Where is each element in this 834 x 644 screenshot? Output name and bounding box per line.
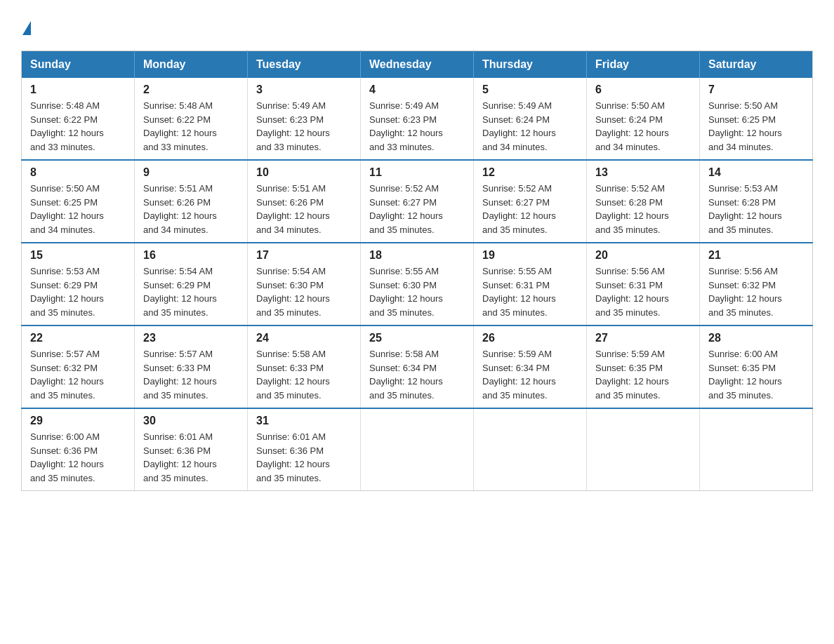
week-row-3: 15 Sunrise: 5:53 AM Sunset: 6:29 PM Dayl… xyxy=(22,243,813,326)
day-number: 27 xyxy=(595,332,691,344)
day-number: 7 xyxy=(708,83,804,96)
week-row-5: 29 Sunrise: 6:00 AM Sunset: 6:36 PM Dayl… xyxy=(22,408,813,491)
day-number: 21 xyxy=(708,249,804,262)
calendar-cell: 30 Sunrise: 6:01 AM Sunset: 6:36 PM Dayl… xyxy=(135,408,248,491)
day-number: 19 xyxy=(482,249,578,262)
day-info: Sunrise: 5:50 AM Sunset: 6:25 PM Dayligh… xyxy=(30,182,126,236)
calendar-cell: 26 Sunrise: 5:59 AM Sunset: 6:34 PM Dayl… xyxy=(474,326,587,408)
calendar-cell: 22 Sunrise: 5:57 AM Sunset: 6:32 PM Dayl… xyxy=(22,326,135,408)
day-info: Sunrise: 5:58 AM Sunset: 6:33 PM Dayligh… xyxy=(256,347,352,402)
calendar-cell: 25 Sunrise: 5:58 AM Sunset: 6:34 PM Dayl… xyxy=(361,326,474,408)
day-number: 3 xyxy=(256,83,352,96)
day-number: 24 xyxy=(256,332,352,344)
day-header-friday: Friday xyxy=(587,51,700,79)
day-info: Sunrise: 6:00 AM Sunset: 6:36 PM Dayligh… xyxy=(30,430,126,485)
calendar-table: SundayMondayTuesdayWednesdayThursdayFrid… xyxy=(21,51,813,491)
calendar-cell: 13 Sunrise: 5:52 AM Sunset: 6:28 PM Dayl… xyxy=(587,160,700,243)
day-number: 16 xyxy=(143,249,239,262)
day-info: Sunrise: 5:53 AM Sunset: 6:28 PM Dayligh… xyxy=(708,182,804,236)
day-info: Sunrise: 5:55 AM Sunset: 6:31 PM Dayligh… xyxy=(482,264,578,319)
day-header-sunday: Sunday xyxy=(22,51,135,79)
day-info: Sunrise: 5:52 AM Sunset: 6:27 PM Dayligh… xyxy=(369,182,465,236)
logo xyxy=(21,21,31,36)
day-number: 22 xyxy=(30,332,126,344)
calendar-cell: 1 Sunrise: 5:48 AM Sunset: 6:22 PM Dayli… xyxy=(22,78,135,160)
calendar-cell xyxy=(361,408,474,491)
day-number: 13 xyxy=(595,166,691,179)
day-number: 5 xyxy=(482,83,578,96)
calendar-cell: 12 Sunrise: 5:52 AM Sunset: 6:27 PM Dayl… xyxy=(474,160,587,243)
calendar-cell: 10 Sunrise: 5:51 AM Sunset: 6:26 PM Dayl… xyxy=(248,160,361,243)
day-info: Sunrise: 5:49 AM Sunset: 6:24 PM Dayligh… xyxy=(482,99,578,154)
day-info: Sunrise: 5:52 AM Sunset: 6:27 PM Dayligh… xyxy=(482,182,578,236)
day-number: 8 xyxy=(30,166,126,179)
day-info: Sunrise: 6:00 AM Sunset: 6:35 PM Dayligh… xyxy=(708,347,804,402)
calendar-body: 1 Sunrise: 5:48 AM Sunset: 6:22 PM Dayli… xyxy=(22,78,813,491)
day-info: Sunrise: 5:59 AM Sunset: 6:34 PM Dayligh… xyxy=(482,347,578,402)
calendar-cell: 8 Sunrise: 5:50 AM Sunset: 6:25 PM Dayli… xyxy=(22,160,135,243)
calendar-cell: 23 Sunrise: 5:57 AM Sunset: 6:33 PM Dayl… xyxy=(135,326,248,408)
calendar-cell: 29 Sunrise: 6:00 AM Sunset: 6:36 PM Dayl… xyxy=(22,408,135,491)
day-header-tuesday: Tuesday xyxy=(248,51,361,79)
day-number: 1 xyxy=(30,83,126,96)
day-info: Sunrise: 5:48 AM Sunset: 6:22 PM Dayligh… xyxy=(143,99,239,154)
day-number: 17 xyxy=(256,249,352,262)
week-row-1: 1 Sunrise: 5:48 AM Sunset: 6:22 PM Dayli… xyxy=(22,78,813,160)
day-info: Sunrise: 5:51 AM Sunset: 6:26 PM Dayligh… xyxy=(256,182,352,236)
day-info: Sunrise: 5:56 AM Sunset: 6:32 PM Dayligh… xyxy=(708,264,804,319)
day-info: Sunrise: 5:59 AM Sunset: 6:35 PM Dayligh… xyxy=(595,347,691,402)
day-number: 6 xyxy=(595,83,691,96)
day-info: Sunrise: 5:52 AM Sunset: 6:28 PM Dayligh… xyxy=(595,182,691,236)
day-number: 26 xyxy=(482,332,578,344)
day-number: 10 xyxy=(256,166,352,179)
day-info: Sunrise: 5:57 AM Sunset: 6:32 PM Dayligh… xyxy=(30,347,126,402)
calendar-cell: 4 Sunrise: 5:49 AM Sunset: 6:23 PM Dayli… xyxy=(361,78,474,160)
calendar-cell xyxy=(474,408,587,491)
week-row-2: 8 Sunrise: 5:50 AM Sunset: 6:25 PM Dayli… xyxy=(22,160,813,243)
calendar-cell: 19 Sunrise: 5:55 AM Sunset: 6:31 PM Dayl… xyxy=(474,243,587,326)
day-info: Sunrise: 5:55 AM Sunset: 6:30 PM Dayligh… xyxy=(369,264,465,319)
day-number: 23 xyxy=(143,332,239,344)
day-info: Sunrise: 5:48 AM Sunset: 6:22 PM Dayligh… xyxy=(30,99,126,154)
calendar-cell xyxy=(587,408,700,491)
day-number: 31 xyxy=(256,415,352,427)
day-info: Sunrise: 5:54 AM Sunset: 6:30 PM Dayligh… xyxy=(256,264,352,319)
calendar-cell: 9 Sunrise: 5:51 AM Sunset: 6:26 PM Dayli… xyxy=(135,160,248,243)
day-number: 28 xyxy=(708,332,804,344)
calendar-cell: 15 Sunrise: 5:53 AM Sunset: 6:29 PM Dayl… xyxy=(22,243,135,326)
day-number: 30 xyxy=(143,415,239,427)
day-info: Sunrise: 5:51 AM Sunset: 6:26 PM Dayligh… xyxy=(143,182,239,236)
calendar-cell: 14 Sunrise: 5:53 AM Sunset: 6:28 PM Dayl… xyxy=(700,160,813,243)
calendar-cell: 27 Sunrise: 5:59 AM Sunset: 6:35 PM Dayl… xyxy=(587,326,700,408)
day-number: 15 xyxy=(30,249,126,262)
calendar-cell: 6 Sunrise: 5:50 AM Sunset: 6:24 PM Dayli… xyxy=(587,78,700,160)
day-info: Sunrise: 5:54 AM Sunset: 6:29 PM Dayligh… xyxy=(143,264,239,319)
day-header-wednesday: Wednesday xyxy=(361,51,474,79)
day-number: 25 xyxy=(369,332,465,344)
calendar-cell: 21 Sunrise: 5:56 AM Sunset: 6:32 PM Dayl… xyxy=(700,243,813,326)
day-number: 14 xyxy=(708,166,804,179)
day-number: 18 xyxy=(369,249,465,262)
calendar-header: SundayMondayTuesdayWednesdayThursdayFrid… xyxy=(22,51,813,79)
logo-triangle-icon xyxy=(22,21,31,35)
calendar-cell: 11 Sunrise: 5:52 AM Sunset: 6:27 PM Dayl… xyxy=(361,160,474,243)
day-info: Sunrise: 5:49 AM Sunset: 6:23 PM Dayligh… xyxy=(369,99,465,154)
calendar-cell: 18 Sunrise: 5:55 AM Sunset: 6:30 PM Dayl… xyxy=(361,243,474,326)
calendar-cell: 31 Sunrise: 6:01 AM Sunset: 6:36 PM Dayl… xyxy=(248,408,361,491)
week-row-4: 22 Sunrise: 5:57 AM Sunset: 6:32 PM Dayl… xyxy=(22,326,813,408)
day-info: Sunrise: 5:53 AM Sunset: 6:29 PM Dayligh… xyxy=(30,264,126,319)
day-header-thursday: Thursday xyxy=(474,51,587,79)
day-number: 9 xyxy=(143,166,239,179)
day-info: Sunrise: 5:50 AM Sunset: 6:25 PM Dayligh… xyxy=(708,99,804,154)
calendar-cell: 7 Sunrise: 5:50 AM Sunset: 6:25 PM Dayli… xyxy=(700,78,813,160)
day-headers-row: SundayMondayTuesdayWednesdayThursdayFrid… xyxy=(22,51,813,79)
day-number: 2 xyxy=(143,83,239,96)
calendar-cell: 20 Sunrise: 5:56 AM Sunset: 6:31 PM Dayl… xyxy=(587,243,700,326)
day-info: Sunrise: 5:57 AM Sunset: 6:33 PM Dayligh… xyxy=(143,347,239,402)
calendar-cell: 5 Sunrise: 5:49 AM Sunset: 6:24 PM Dayli… xyxy=(474,78,587,160)
day-header-monday: Monday xyxy=(135,51,248,79)
calendar-cell: 3 Sunrise: 5:49 AM Sunset: 6:23 PM Dayli… xyxy=(248,78,361,160)
calendar-cell: 28 Sunrise: 6:00 AM Sunset: 6:35 PM Dayl… xyxy=(700,326,813,408)
calendar-cell: 2 Sunrise: 5:48 AM Sunset: 6:22 PM Dayli… xyxy=(135,78,248,160)
day-info: Sunrise: 5:58 AM Sunset: 6:34 PM Dayligh… xyxy=(369,347,465,402)
